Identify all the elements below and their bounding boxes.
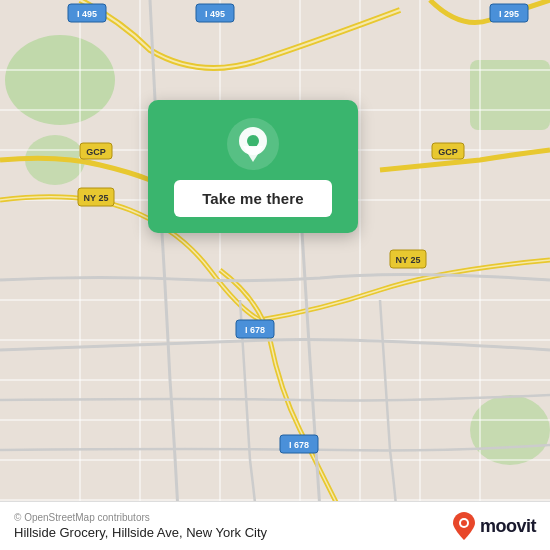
moovit-pin-icon	[453, 512, 475, 540]
svg-point-3	[470, 395, 550, 465]
svg-text:I 495: I 495	[205, 9, 225, 19]
location-name: Hillside Grocery, Hillside Ave, New York…	[14, 525, 267, 540]
bottom-bar: © OpenStreetMap contributors Hillside Gr…	[0, 501, 550, 550]
svg-text:GCP: GCP	[86, 147, 106, 157]
take-me-there-button[interactable]: Take me there	[174, 180, 332, 217]
svg-point-0	[5, 35, 115, 125]
svg-text:I 495: I 495	[77, 9, 97, 19]
map-roads: I 495 I 495 I 295 NY 25 NY 25 NY 25 GCP …	[0, 0, 550, 550]
bottom-info: © OpenStreetMap contributors Hillside Gr…	[14, 512, 267, 540]
moovit-brand-text: moovit	[480, 516, 536, 537]
location-pin-icon	[227, 118, 279, 170]
svg-text:I 678: I 678	[289, 440, 309, 450]
location-card: Take me there	[148, 100, 358, 233]
moovit-logo: moovit	[453, 512, 536, 540]
svg-text:NY 25: NY 25	[84, 193, 109, 203]
svg-point-43	[247, 135, 259, 147]
svg-text:I 295: I 295	[499, 9, 519, 19]
svg-point-46	[461, 520, 467, 526]
svg-text:I 678: I 678	[245, 325, 265, 335]
svg-text:GCP: GCP	[438, 147, 458, 157]
map-container: I 495 I 495 I 295 NY 25 NY 25 NY 25 GCP …	[0, 0, 550, 550]
svg-text:NY 25: NY 25	[396, 255, 421, 265]
copyright-text: © OpenStreetMap contributors	[14, 512, 267, 523]
